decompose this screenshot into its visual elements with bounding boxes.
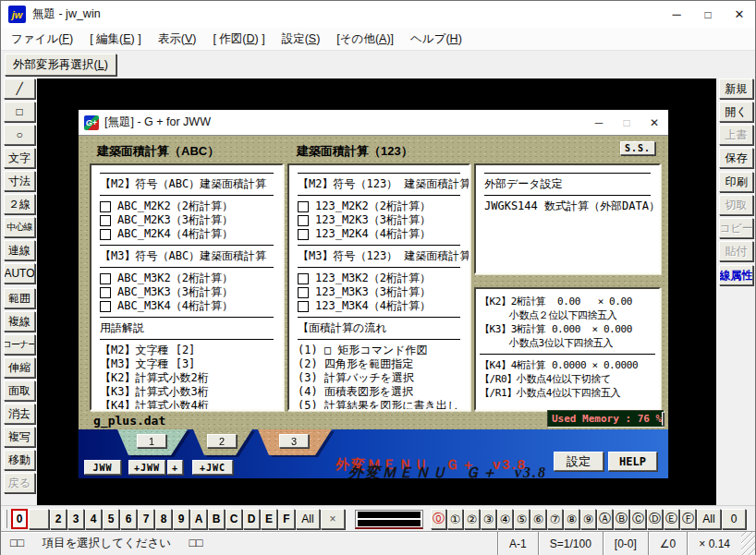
- batch-option[interactable]: ABC_M2K4（4桁計算）: [100, 227, 274, 241]
- dialog-minimize-icon[interactable]: ─: [585, 114, 613, 132]
- tab-number-button[interactable]: 2: [207, 434, 237, 448]
- tab-number-button[interactable]: 1: [137, 434, 166, 448]
- batch-option[interactable]: 123_M3K4（4桁計算）: [298, 299, 460, 313]
- file-tool-button[interactable]: 貼付: [719, 241, 753, 261]
- tool-button[interactable]: 連線: [4, 240, 35, 260]
- batch-option[interactable]: ABC_M3K4（4桁計算）: [100, 299, 274, 313]
- format-button[interactable]: JWW: [84, 460, 121, 475]
- layer-group-button[interactable]: Ⓑ: [614, 509, 629, 529]
- tool-button[interactable]: 面取: [4, 380, 35, 401]
- layer-group-button[interactable]: ⑤: [514, 509, 530, 529]
- menu-item[interactable]: 表示(V): [150, 29, 205, 50]
- tool-button[interactable]: 伸縮: [4, 357, 35, 378]
- file-tool-button[interactable]: 開く: [719, 102, 753, 122]
- tool-button[interactable]: コーナー: [4, 334, 35, 355]
- layer-group-button[interactable]: Ⓓ: [647, 509, 663, 529]
- ss-button[interactable]: S.S.: [620, 141, 655, 155]
- layer-group-button[interactable]: ⑦: [547, 509, 563, 529]
- file-tool-button[interactable]: 保存: [719, 148, 753, 168]
- status-field[interactable]: S=1/100: [538, 532, 603, 555]
- layer-group-button[interactable]: ⑥: [530, 509, 546, 529]
- status-field[interactable]: ∠0: [648, 532, 687, 555]
- batch-option[interactable]: ABC_M2K2（2桁計算）: [100, 199, 274, 213]
- tool-button[interactable]: ╱: [4, 78, 35, 99]
- menu-item[interactable]: ヘルプ(H): [402, 29, 470, 50]
- tool-button[interactable]: 複線: [4, 311, 35, 332]
- format-button[interactable]: +JWW: [128, 460, 165, 475]
- toolbar-grip[interactable]: [3, 510, 7, 528]
- file-tool-button[interactable]: 新規: [719, 78, 753, 99]
- close-icon[interactable]: ✕: [724, 4, 755, 26]
- layer-button[interactable]: E: [261, 509, 277, 529]
- layer-group-button[interactable]: Ⓐ: [597, 509, 613, 529]
- memory-button[interactable]: [662, 412, 664, 426]
- minimize-icon[interactable]: ─: [661, 4, 692, 26]
- layer-group-button[interactable]: Ⓔ: [664, 509, 679, 529]
- layer-button[interactable]: A: [190, 509, 207, 529]
- layer-button[interactable]: 3: [67, 509, 84, 529]
- layer-button[interactable]: [29, 509, 49, 529]
- file-tool-button[interactable]: 上書: [719, 125, 753, 145]
- batch-option[interactable]: 123_M2K4（4桁計算）: [298, 227, 460, 241]
- layer-group-button[interactable]: ⑧: [564, 509, 579, 529]
- layer-button[interactable]: ×: [321, 509, 345, 529]
- layer-button[interactable]: B: [208, 509, 225, 529]
- batch-option[interactable]: 123_M2K2（2桁計算）: [298, 199, 460, 213]
- layer-button[interactable]: 2: [50, 509, 67, 529]
- layer-button[interactable]: 8: [155, 509, 172, 529]
- tool-button[interactable]: 文字: [4, 148, 35, 168]
- layer-group-button[interactable]: All: [697, 509, 721, 529]
- layer-button[interactable]: D: [243, 509, 260, 529]
- batch-option[interactable]: ABC_M2K3（3桁計算）: [100, 213, 274, 227]
- tool-button[interactable]: 複写: [4, 427, 35, 447]
- tool-button[interactable]: 移動: [4, 450, 35, 470]
- resize-grip[interactable]: [741, 532, 755, 555]
- layer-group-button[interactable]: ⓪: [431, 509, 446, 529]
- tool-button[interactable]: ２線: [4, 194, 35, 214]
- layer-group-button[interactable]: ①: [447, 509, 463, 529]
- maximize-icon[interactable]: □: [692, 4, 724, 26]
- tool-button[interactable]: □: [4, 102, 35, 122]
- tool-button[interactable]: 寸法: [4, 171, 35, 191]
- menu-item[interactable]: [ 作図(D) ]: [204, 29, 273, 50]
- tool-button[interactable]: ○: [4, 125, 35, 145]
- external-data-item[interactable]: JWGKS144 数式計算（外部DATA）: [484, 199, 651, 213]
- drawing-canvas[interactable]: G+ [無題] - G + for JWW ─ □ ✕ 建築面積計算（ABC） …: [37, 78, 716, 505]
- format-button[interactable]: +JWC: [192, 460, 233, 475]
- layer-group-button[interactable]: ②: [464, 509, 480, 529]
- file-tool-button[interactable]: 印刷: [719, 172, 753, 192]
- tool-button[interactable]: 消去: [4, 404, 35, 424]
- batch-option[interactable]: 123_M2K3（3桁計算）: [298, 213, 460, 227]
- status-field[interactable]: A-1: [497, 532, 538, 555]
- line-style-preview[interactable]: [355, 510, 423, 529]
- page-tab[interactable]: 1: [116, 429, 188, 455]
- tab-number-button[interactable]: 3: [279, 434, 309, 448]
- format-button[interactable]: +: [167, 460, 183, 475]
- layer-group-button[interactable]: ④: [497, 509, 513, 529]
- file-tool-button[interactable]: 線属性: [719, 265, 753, 285]
- batch-option[interactable]: ABC_M3K2（2桁計算）: [100, 271, 274, 285]
- layer-group-button[interactable]: Ⓕ: [680, 509, 696, 529]
- layer-group-button[interactable]: Ⓒ: [630, 509, 646, 529]
- ext-transform-reselect-button[interactable]: 外部変形再選択(L): [5, 54, 116, 76]
- settings-button[interactable]: 設定: [554, 452, 604, 471]
- tool-button[interactable]: 中心線: [4, 217, 35, 237]
- layer-group-button[interactable]: ⑨: [580, 509, 596, 529]
- file-tool-button[interactable]: コピー: [719, 218, 753, 238]
- layer-button[interactable]: 0: [11, 509, 28, 529]
- dialog-close-icon[interactable]: ✕: [640, 114, 668, 132]
- file-tool-button[interactable]: 切取: [719, 195, 753, 215]
- layer-button[interactable]: 9: [173, 509, 189, 529]
- layer-button[interactable]: 7: [138, 509, 154, 529]
- layer-button[interactable]: F: [278, 509, 295, 529]
- status-field[interactable]: × 0.14: [687, 532, 741, 555]
- tool-button[interactable]: AUTO: [4, 263, 35, 284]
- page-tab[interactable]: 2: [191, 429, 252, 455]
- page-tab[interactable]: 3: [256, 429, 332, 455]
- batch-option[interactable]: 123_M3K2（2桁計算）: [298, 271, 460, 285]
- layer-button[interactable]: C: [226, 509, 242, 529]
- menu-item[interactable]: 設定(S): [274, 29, 329, 50]
- status-field[interactable]: [0-0]: [603, 532, 648, 555]
- tool-button[interactable]: 範囲: [4, 288, 35, 308]
- menu-item[interactable]: [その他(A)]: [328, 29, 402, 50]
